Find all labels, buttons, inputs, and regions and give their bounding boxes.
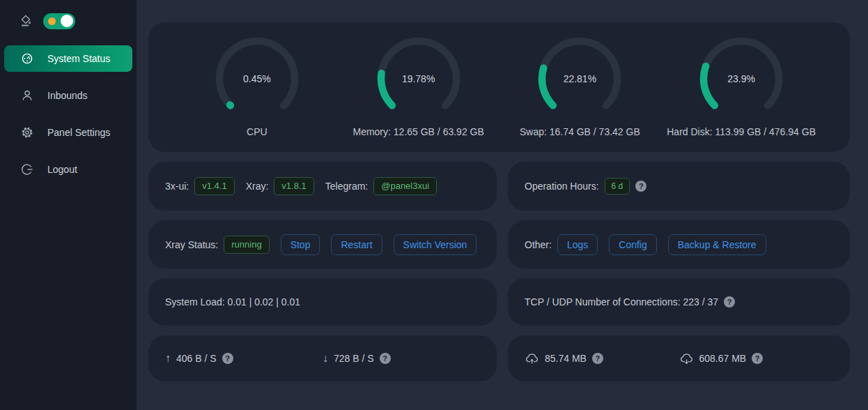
network-speed-card: ↑ 406 B / S ? ↓ 728 B / S ? xyxy=(148,335,497,381)
sidebar: System Status Inbounds Panel Settings xyxy=(0,0,137,410)
upload-speed: ↑ 406 B / S ? xyxy=(165,352,323,365)
connections-card: TCP / UDP Number of Connections: 223 / 3… xyxy=(508,278,850,326)
operation-hours-label: Operation Hours: xyxy=(525,181,599,192)
restart-button[interactable]: Restart xyxy=(331,234,382,255)
gauge-memory: 19.78% Memory: 12.65 GB / 63.92 GB xyxy=(338,37,499,137)
telegram-tag[interactable]: @panel3xui xyxy=(373,177,437,195)
gauge-label: Memory: 12.65 GB / 63.92 GB xyxy=(352,126,483,137)
cloud-download-icon xyxy=(679,353,694,365)
download-speed: ↓ 728 B / S ? xyxy=(323,352,480,365)
gauge-value: 23.9% xyxy=(699,37,783,121)
help-icon[interactable]: ? xyxy=(380,353,391,364)
other-actions-card: Other: Logs Config Backup & Restore xyxy=(508,220,850,268)
user-icon xyxy=(21,89,33,102)
stop-button[interactable]: Stop xyxy=(281,234,320,255)
total-received-value: 608.67 MB xyxy=(699,353,747,364)
dark-mode-toggle[interactable] xyxy=(43,13,75,29)
gauge-cpu: 0.45% CPU xyxy=(176,37,338,137)
help-icon[interactable]: ? xyxy=(592,353,603,364)
download-speed-value: 728 B / S xyxy=(334,353,374,364)
xray-status-card: Xray Status: running Stop Restart Switch… xyxy=(148,220,497,268)
operation-hours-value: 6 d xyxy=(605,178,630,195)
system-load-card: System Load: 0.01 | 0.02 | 0.01 xyxy=(148,278,497,326)
help-icon[interactable]: ? xyxy=(752,353,763,364)
help-icon[interactable]: ? xyxy=(635,181,646,192)
sidebar-item-logout[interactable]: Logout xyxy=(4,156,132,183)
gauge-label: Hard Disk: 113.99 GB / 476.94 GB xyxy=(667,126,816,137)
xray-version-label: Xray: xyxy=(246,181,269,192)
theme-row xyxy=(0,10,137,32)
telegram-label: Telegram: xyxy=(325,181,368,192)
gauge-swap: 22.81% Swap: 16.74 GB / 73.42 GB xyxy=(499,37,661,137)
main-content: 0.45% CPU 19.78% Memory: 12.65 GB / 63.9… xyxy=(137,0,868,410)
gauge-label: CPU xyxy=(247,126,268,137)
sidebar-item-inbounds[interactable]: Inbounds xyxy=(4,82,132,109)
logs-button[interactable]: Logs xyxy=(557,234,598,255)
connections-text: TCP / UDP Number of Connections: 223 / 3… xyxy=(525,296,718,308)
gauge-label: Swap: 16.74 GB / 73.42 GB xyxy=(520,126,640,137)
config-button[interactable]: Config xyxy=(609,234,656,255)
sidebar-item-system-status[interactable]: System Status xyxy=(4,45,132,72)
xray-version-tag: v1.8.1 xyxy=(274,177,313,195)
system-gauges-card: 0.45% CPU 19.78% Memory: 12.65 GB / 63.9… xyxy=(148,22,850,152)
gauge-hard-disk: 23.9% Hard Disk: 113.99 GB / 476.94 GB xyxy=(660,37,822,137)
help-icon[interactable]: ? xyxy=(222,353,233,364)
gear-icon xyxy=(21,126,33,139)
sidebar-menu: System Status Inbounds Panel Settings xyxy=(0,42,137,186)
help-icon[interactable]: ? xyxy=(724,296,735,308)
versions-card: 3x-ui: v1.4.1 Xray: v1.8.1 Telegram: @pa… xyxy=(148,162,497,211)
sun-icon xyxy=(48,17,56,25)
dashboard-icon xyxy=(21,52,33,65)
total-sent-value: 85.74 MB xyxy=(545,353,587,364)
upload-speed-value: 406 B / S xyxy=(176,353,217,364)
switch-version-button[interactable]: Switch Version xyxy=(394,234,477,255)
arrow-up-icon: ↑ xyxy=(165,352,171,365)
cloud-upload-icon xyxy=(525,353,539,365)
xui-version-label: 3x-ui: xyxy=(165,181,189,192)
logout-icon xyxy=(21,163,33,176)
xray-status-badge: running xyxy=(224,236,269,254)
system-load-text: System Load: 0.01 | 0.02 | 0.01 xyxy=(165,296,300,308)
gauge-value: 19.78% xyxy=(377,37,460,121)
sidebar-item-label: Logout xyxy=(47,164,77,175)
gauge-value: 0.45% xyxy=(215,37,299,121)
sidebar-item-label: Panel Settings xyxy=(47,127,110,138)
xray-status-label: Xray Status: xyxy=(165,239,218,250)
toggle-knob xyxy=(61,15,73,27)
sidebar-item-label: Inbounds xyxy=(47,90,88,101)
network-total-card: 85.74 MB ? 608.67 MB ? xyxy=(508,335,850,381)
gauge-value: 22.81% xyxy=(538,37,621,121)
other-label: Other: xyxy=(525,239,552,250)
sidebar-item-panel-settings[interactable]: Panel Settings xyxy=(4,119,132,146)
arrow-down-icon: ↓ xyxy=(323,352,328,365)
total-sent: 85.74 MB ? xyxy=(525,353,679,365)
bg-colors-icon xyxy=(20,14,33,28)
total-received: 608.67 MB ? xyxy=(679,353,834,365)
backup-restore-button[interactable]: Backup & Restore xyxy=(668,234,766,255)
xui-version-tag: v1.4.1 xyxy=(194,177,234,195)
operation-hours-card: Operation Hours: 6 d ? xyxy=(508,162,850,211)
sidebar-item-label: System Status xyxy=(47,53,110,64)
